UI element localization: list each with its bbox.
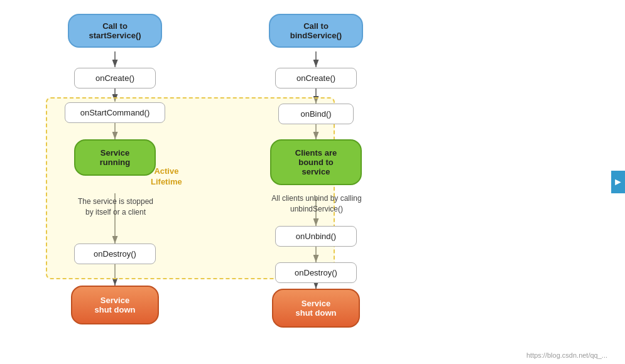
- left-oncreate-label: onCreate(): [95, 73, 134, 83]
- right-clients-bound-label: Clients arebound toservice: [295, 148, 337, 176]
- bind-service-button: Call tobindService(): [269, 14, 363, 48]
- right-shutdown-label: Serviceshut down: [296, 299, 337, 318]
- active-lifetime-label: ActiveLifetime: [151, 166, 182, 188]
- right-shutdown-box: Serviceshut down: [272, 289, 360, 328]
- chevron-right-icon: ►: [613, 176, 623, 188]
- right-onbind-box: onBind(): [278, 104, 354, 124]
- left-service-running-label: Servicerunning: [100, 148, 130, 167]
- left-note-text: The service is stoppedby itself or a cli…: [78, 197, 153, 217]
- right-ondestroy-box: onDestroy(): [275, 262, 357, 283]
- left-shutdown-label: Serviceshut down: [95, 296, 136, 314]
- main-canvas: ActiveLifetime Call tostartService() onC…: [0, 0, 625, 364]
- bind-service-label: Call tobindService(): [290, 21, 342, 40]
- left-oncreate-box: onCreate(): [74, 68, 156, 88]
- right-clients-bound-box: Clients arebound toservice: [270, 139, 362, 185]
- watermark: https://blog.csdn.net/qq_...: [526, 351, 607, 359]
- left-onstartcommand-label: onStartCommand(): [80, 108, 150, 117]
- right-oncreate-label: onCreate(): [296, 73, 335, 83]
- right-onunbind-label: onUnbind(): [296, 232, 336, 241]
- start-service-label: Call tostartService(): [89, 21, 141, 40]
- left-ondestroy-label: onDestroy(): [94, 249, 136, 259]
- left-service-running-box: Servicerunning: [74, 139, 156, 176]
- right-oncreate-box: onCreate(): [275, 68, 357, 88]
- start-service-button: Call tostartService(): [68, 14, 162, 48]
- left-onstartcommand-box: onStartCommand(): [65, 102, 165, 123]
- left-ondestroy-box: onDestroy(): [74, 244, 156, 264]
- left-note: The service is stoppedby itself or a cli…: [60, 196, 171, 218]
- left-shutdown-box: Serviceshut down: [71, 286, 159, 324]
- next-arrow-button[interactable]: ►: [611, 171, 625, 193]
- right-ondestroy-label: onDestroy(): [295, 268, 337, 277]
- right-note-text: All clients unbind by callingunbindServi…: [271, 194, 361, 213]
- right-note: All clients unbind by callingunbindServi…: [261, 193, 372, 215]
- right-onunbind-box: onUnbind(): [275, 226, 357, 247]
- right-onbind-label: onBind(): [300, 109, 331, 119]
